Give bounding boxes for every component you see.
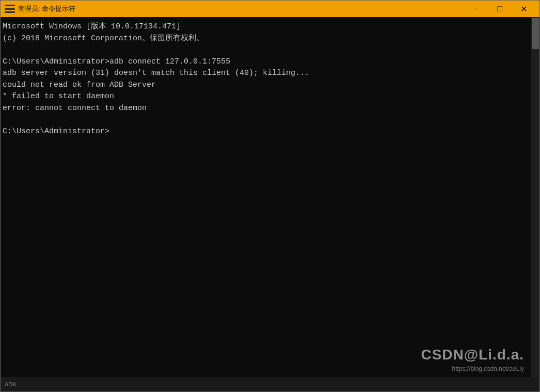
- watermark-text: CSDN@Li.d.a.: [421, 344, 524, 366]
- watermark-url: https://blog.csdn.net/aeLiy: [452, 364, 524, 373]
- maximize-button[interactable]: □: [488, 1, 512, 17]
- terminal-line: * failed to start daemon: [3, 91, 537, 103]
- terminal-line: C:\Users\Administrator>: [3, 126, 537, 138]
- cmd-icon: [5, 5, 15, 13]
- cmd-window: 管理员: 命令提示符 － □ ✕ Microsoft Windows [版本 1…: [0, 0, 540, 392]
- minimize-button[interactable]: －: [464, 1, 488, 17]
- titlebar: 管理员: 命令提示符 － □ ✕: [1, 1, 539, 17]
- terminal-line: (c) 2018 Microsoft Corporation。保留所有权利。: [3, 33, 537, 45]
- terminal-output: Microsoft Windows [版本 10.0.17134.471](c)…: [3, 21, 537, 137]
- terminal-line: C:\Users\Administrator>adb connect 127.0…: [3, 56, 537, 68]
- close-button[interactable]: ✕: [512, 1, 535, 17]
- bottom-bar: ADK: [1, 377, 539, 391]
- scrollbar-thumb[interactable]: [532, 18, 539, 49]
- terminal-line: Microsoft Windows [版本 10.0.17134.471]: [3, 21, 537, 33]
- terminal-line: [3, 114, 537, 126]
- terminal-line: adb server version (31) doesn't match th…: [3, 68, 537, 80]
- bottom-label: ADK: [5, 381, 17, 387]
- window-controls: － □ ✕: [464, 1, 535, 17]
- scrollbar[interactable]: [531, 17, 539, 391]
- window-title: 管理员: 命令提示符: [18, 4, 464, 13]
- terminal-line: could not read ok from ADB Server: [3, 80, 537, 91]
- terminal-line: [3, 44, 537, 56]
- terminal-line: error: cannot connect to daemon: [3, 103, 537, 115]
- terminal-body[interactable]: Microsoft Windows [版本 10.0.17134.471](c)…: [1, 17, 539, 391]
